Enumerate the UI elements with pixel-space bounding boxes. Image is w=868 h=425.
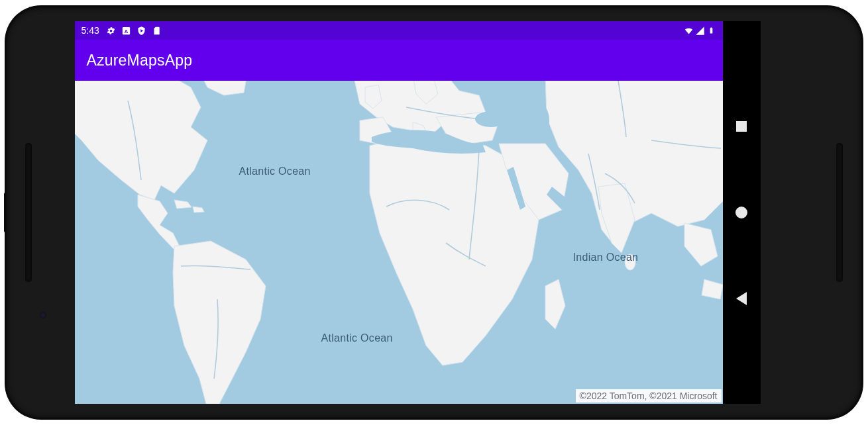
status-icons-right [684, 26, 716, 36]
speaker-grille-left [25, 143, 32, 282]
front-camera [40, 312, 46, 318]
map-attribution: ©2022 TomTom, ©2021 Microsoft [576, 389, 722, 402]
svg-text:A: A [124, 28, 128, 34]
phone-frame: 5:43 A [7, 7, 861, 418]
svg-point-5 [528, 103, 549, 138]
status-left: 5:43 A [81, 25, 162, 36]
wifi-icon [684, 26, 694, 36]
status-time: 5:43 [81, 25, 99, 36]
back-button[interactable] [735, 292, 748, 305]
status-icons-left: A [106, 26, 162, 36]
a-box-icon: A [121, 26, 131, 36]
sd-card-icon [152, 26, 162, 36]
map-label-indian: Indian Ocean [573, 252, 639, 263]
gear-icon [106, 26, 116, 36]
recent-apps-button[interactable] [735, 120, 748, 133]
battery-icon [706, 26, 716, 36]
speaker-grille-right [836, 143, 843, 282]
map-label-atlantic-north: Atlantic Ocean [239, 165, 311, 177]
app-title: AzureMapsApp [87, 52, 193, 70]
app-content: 5:43 A [75, 21, 723, 404]
map-label-atlantic-south: Atlantic Ocean [321, 332, 393, 344]
app-bar: AzureMapsApp [75, 40, 723, 81]
signal-icon [695, 26, 705, 36]
android-nav-bar [723, 21, 761, 404]
device-screen: 5:43 A [75, 21, 761, 404]
shield-icon [136, 26, 146, 36]
home-button[interactable] [735, 206, 748, 219]
map-view[interactable]: Atlantic Ocean Atlantic Ocean Indian Oce… [75, 81, 723, 404]
status-bar: 5:43 A [75, 21, 723, 40]
svg-point-4 [475, 111, 507, 127]
world-map-svg [75, 81, 723, 404]
